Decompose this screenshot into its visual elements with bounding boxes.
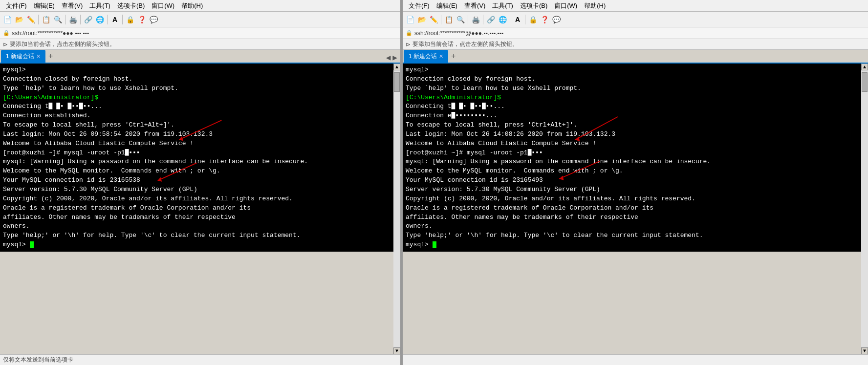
terminal-cursor (433, 241, 436, 248)
tb-lock-right[interactable]: 🔒 (527, 14, 538, 25)
tb-font-right[interactable]: A (512, 14, 523, 25)
tb-chat-right[interactable]: 💬 (551, 14, 562, 25)
terminal-line: Last login: Mon Oct 26 14:08:26 2020 fro… (406, 130, 858, 139)
left-status-text: 仅将文本发送到当前选项卡 (3, 356, 73, 364)
tb-connect-left[interactable]: 🔗 (83, 14, 93, 25)
right-terminal-content: mysql>Connection closed by foreign host.… (403, 64, 861, 354)
menu-tabs-left[interactable]: 选项卡(B) (114, 1, 148, 11)
terminal-cursor (30, 241, 34, 248)
left-tab-nav-left[interactable]: ◀ (385, 53, 392, 63)
left-address-text: ssh://root:***********●●● ▪▪▪ ▪▪▪ (12, 30, 89, 37)
menu-tabs-right[interactable]: 选项卡(B) (517, 1, 550, 11)
left-pane: 文件(F) 编辑(E) 查看(V) 工具(T) 选项卡(B) 窗口(W) 帮助(… (0, 0, 401, 365)
menu-window-right[interactable]: 窗口(W) (551, 1, 580, 11)
sep4-right (510, 15, 510, 24)
right-tab-add[interactable]: + (448, 50, 458, 63)
left-tab-nav: ◀ ▶ (383, 53, 400, 63)
right-address-bar: 🔒 ssh://root:***********@●●●.▪▪.▪▪▪.▪▪▪ (403, 27, 868, 39)
sep3-right (483, 15, 483, 24)
left-tab-nav-right[interactable]: ▶ (391, 53, 398, 63)
tb-open-left[interactable]: 📂 (14, 14, 24, 25)
tb-lock-left[interactable]: 🔒 (125, 14, 135, 25)
right-terminal-wrapper: mysql>Connection closed by foreign host.… (403, 64, 868, 365)
menu-tools-left[interactable]: 工具(T) (87, 1, 113, 11)
tb-open-right[interactable]: 📂 (416, 14, 427, 25)
menu-edit-right[interactable]: 编辑(E) (434, 1, 460, 11)
menu-help-right[interactable]: 帮助(H) (581, 1, 608, 11)
menu-edit-left[interactable]: 编辑(E) (31, 1, 58, 11)
tb-copy-left[interactable]: 📋 (41, 14, 51, 25)
terminal-line: mysql: [Warning] Using a password on the… (3, 157, 391, 167)
tb-help-left[interactable]: ❓ (136, 14, 147, 25)
tb-edit-right[interactable]: ✏️ (428, 14, 439, 25)
left-tab-add[interactable]: + (45, 50, 56, 63)
tb-find-right[interactable]: 🔍 (455, 14, 466, 25)
tb-globe-left[interactable]: 🌐 (94, 14, 105, 25)
left-tab-1[interactable]: 1 新建会话 ✕ (1, 50, 45, 63)
tb-connect-right[interactable]: 🔗 (485, 14, 496, 25)
terminal-line: [C:\Users\Administrator]$ (406, 93, 858, 103)
lock-icon-right: 🔒 (406, 30, 412, 36)
right-pane: 文件(F) 编辑(E) 查看(V) 工具(T) 选项卡(B) 窗口(W) 帮助(… (403, 0, 868, 365)
main-container: 文件(F) 编辑(E) 查看(V) 工具(T) 选项卡(B) 窗口(W) 帮助(… (0, 0, 868, 365)
left-terminal[interactable]: mysql>Connection closed by foreign host.… (0, 64, 393, 252)
right-scrollbar[interactable]: ▲ ▼ (861, 64, 868, 354)
terminal-line: To escape to local shell, press 'Ctrl+Al… (406, 121, 858, 130)
terminal-line: Oracle is a registered trademark of Orac… (406, 204, 858, 213)
terminal-line: Type `help' to learn how to use Xshell p… (406, 84, 858, 93)
terminal-line: Copyright (c) 2000, 2020, Oracle and/or … (406, 194, 858, 204)
right-terminal[interactable]: mysql>Connection closed by foreign host.… (403, 64, 861, 252)
sep1-right (441, 15, 441, 24)
tb-font-left[interactable]: A (109, 14, 120, 25)
right-terminal-scroll: mysql>Connection closed by foreign host.… (403, 64, 868, 354)
menu-tools-right[interactable]: 工具(T) (489, 1, 516, 11)
right-sb-up[interactable]: ▲ (861, 64, 868, 70)
terminal-line: Oracle is a registered trademark of Orac… (3, 204, 391, 213)
terminal-line: [root@xuzhi ~]# mysql -uroot -p1█▪▪▪ (3, 149, 391, 158)
tb-edit-left[interactable]: ✏️ (25, 14, 36, 25)
right-sb-thumb[interactable] (862, 72, 868, 92)
arrow-icon-left: ⊳ (3, 41, 8, 48)
terminal-line: affiliates. Other names may be trademark… (3, 213, 391, 222)
terminal-line: Connecting t█ █▪ █▪▪█▪▪... (3, 102, 391, 111)
right-sb-track[interactable] (861, 70, 868, 347)
menu-help-left[interactable]: 帮助(H) (178, 1, 206, 11)
tb-chat-left[interactable]: 💬 (148, 14, 159, 25)
tb-print-left[interactable]: 🖨️ (67, 14, 78, 25)
menu-file-left[interactable]: 文件(F) (3, 1, 30, 11)
terminal-line: To escape to local shell, press 'Ctrl+Al… (3, 121, 391, 130)
menu-view-right[interactable]: 查看(V) (461, 1, 488, 11)
right-tab-1[interactable]: 1 新建会话 ✕ (404, 50, 448, 63)
terminal-line: Connection closed by foreign host. (3, 75, 391, 84)
left-sb-track[interactable] (393, 70, 400, 347)
menu-window-left[interactable]: 窗口(W) (149, 1, 177, 11)
right-sb-down[interactable]: ▼ (861, 347, 868, 354)
terminal-line: Last login: Mon Oct 26 09:58:54 2020 fro… (3, 130, 391, 139)
tb-new-left[interactable]: 📄 (2, 14, 13, 25)
sep4-left (107, 15, 108, 24)
right-info-text: 要添加当前会话，点击左侧的箭头按钮。 (412, 40, 518, 48)
tb-print-right[interactable]: 🖨️ (470, 14, 481, 25)
left-tab-close[interactable]: ✕ (36, 53, 41, 60)
terminal-line: mysql: [Warning] Using a password on the… (406, 157, 858, 167)
left-sb-up[interactable]: ▲ (393, 64, 400, 70)
left-sb-down[interactable]: ▼ (393, 347, 400, 354)
tb-copy-right[interactable]: 📋 (443, 14, 454, 25)
tb-help-right[interactable]: ❓ (539, 14, 550, 25)
terminal-line: Your MySQL connection id is 23165493 (406, 176, 858, 185)
right-tab-close[interactable]: ✕ (439, 53, 443, 60)
terminal-line: Server version: 5.7.30 MySQL Community S… (406, 185, 858, 194)
tb-find-left[interactable]: 🔍 (52, 14, 63, 25)
lock-icon-left: 🔒 (3, 30, 10, 36)
left-sb-thumb[interactable] (394, 72, 400, 92)
terminal-line: Type `help' to learn how to use Xshell p… (3, 84, 391, 93)
menu-view-left[interactable]: 查看(V) (59, 1, 86, 11)
tb-new-right[interactable]: 📄 (405, 14, 415, 25)
terminal-line: Type 'help;' or '\h' for help. Type '\c'… (406, 231, 858, 240)
left-scrollbar[interactable]: ▲ ▼ (393, 64, 400, 354)
sep2-left (65, 15, 65, 24)
left-tab-bar: 1 新建会话 ✕ + ◀ ▶ (0, 50, 400, 64)
tb-globe-right[interactable]: 🌐 (497, 14, 508, 25)
menu-file-right[interactable]: 文件(F) (406, 1, 433, 11)
left-terminal-wrapper: mysql>Connection closed by foreign host.… (0, 64, 400, 365)
